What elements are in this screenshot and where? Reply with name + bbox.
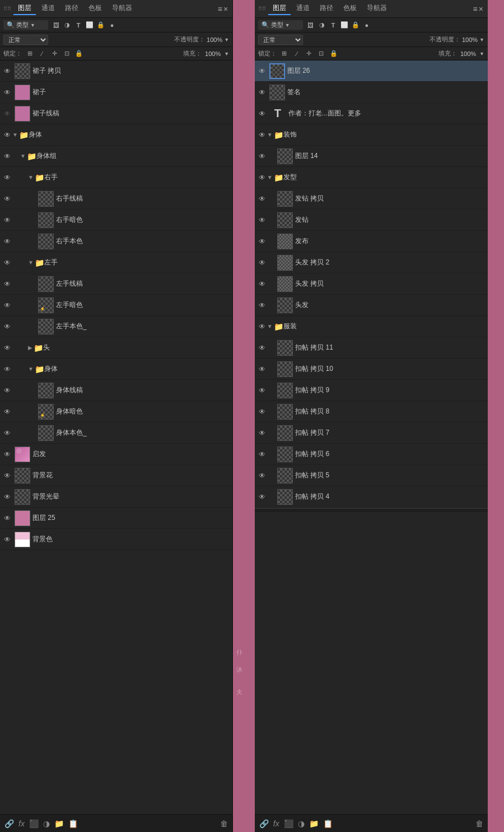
link-layers-icon[interactable]: 🔗 <box>4 819 14 828</box>
right-layer-item[interactable]: 👁 扣帖 拷贝 10 <box>255 359 488 380</box>
visibility-icon[interactable]: 👁 <box>257 322 267 332</box>
right-menu-icon[interactable]: ≡ <box>473 4 478 13</box>
collapse-arrow-icon[interactable]: ▼ <box>12 132 18 138</box>
left-layer-item[interactable]: 👁 左手线稿 <box>0 273 232 295</box>
right-tab-navigator[interactable]: 导航器 <box>362 2 391 15</box>
right-layer-item[interactable]: 👁 扣帖 拷贝 5 <box>255 465 488 486</box>
left-filter-shape-icon[interactable]: ⬜ <box>85 21 94 30</box>
left-search-box[interactable]: 🔍 类型 ▼ <box>3 20 48 30</box>
visibility-icon[interactable]: 👁 <box>257 385 267 396</box>
right-tab-layers[interactable]: 图层 <box>268 2 291 15</box>
right-layer-group[interactable]: 👁 ▼ 📁 服装 <box>255 316 488 337</box>
visibility-icon[interactable]: 👁 <box>2 66 12 76</box>
left-layer-item[interactable]: 👁 身体本色_ <box>0 422 232 444</box>
left-layer-item[interactable]: 👁 背景花 <box>0 465 232 486</box>
visibility-icon[interactable]: 👁 <box>257 87 267 97</box>
visibility-icon[interactable]: 👁 <box>2 364 12 374</box>
visibility-icon[interactable]: 👁 <box>257 215 267 225</box>
left-layer-item[interactable]: 👁 背景色 <box>0 529 232 550</box>
left-close-button[interactable]: × <box>222 4 229 13</box>
left-menu-icon[interactable]: ≡ <box>218 4 222 13</box>
right-lock-move-icon[interactable]: ✛ <box>305 49 314 58</box>
right-copy-layer-icon[interactable]: 📋 <box>323 819 333 828</box>
right-layer-item[interactable]: 👁 图层 14 <box>255 146 488 167</box>
right-blend-mode-select[interactable]: 正常 <box>258 35 303 45</box>
visibility-icon[interactable]: 👁 <box>257 279 267 289</box>
right-layer-item[interactable]: 👁 扣帖 拷贝 11 <box>255 337 488 359</box>
visibility-icon[interactable]: 👁 <box>2 109 12 119</box>
adjustment-icon[interactable]: ◑ <box>43 819 50 828</box>
visibility-icon[interactable]: 👁 <box>257 492 267 502</box>
right-layer-item[interactable]: 👁 扣帖 拷贝 8 <box>255 401 488 422</box>
right-filter-toggle[interactable]: ● <box>362 21 371 30</box>
left-layer-item[interactable]: 👁 右手暗色 <box>0 210 232 231</box>
collapse-arrow-icon[interactable]: ▶ <box>28 345 32 351</box>
right-layer-item[interactable]: 👁 头发 拷贝 <box>255 273 488 295</box>
visibility-icon[interactable]: 👁 <box>257 236 267 247</box>
visibility-icon[interactable]: 👁 <box>257 194 267 204</box>
left-layer-item[interactable]: 👁 右手线稿 <box>0 188 232 210</box>
new-group-icon[interactable]: 📁 <box>54 819 64 828</box>
visibility-icon[interactable]: 👁 <box>2 534 12 545</box>
visibility-icon[interactable]: 👁 <box>2 279 12 289</box>
left-layer-item[interactable]: 👁 ⚡ 左手暗色 <box>0 295 232 316</box>
right-filter-smart-icon[interactable]: 🔒 <box>351 21 360 30</box>
visibility-icon[interactable]: 👁 <box>2 151 12 161</box>
add-mask-icon[interactable]: ⬛ <box>29 819 39 828</box>
left-filter-adjust-icon[interactable]: ◑ <box>63 21 72 30</box>
collapse-arrow-icon[interactable]: ▼ <box>267 323 273 329</box>
visibility-icon[interactable]: 👁 <box>257 407 267 417</box>
right-layer-item[interactable]: 👁 扣帖 拷贝 7 <box>255 422 488 444</box>
visibility-icon[interactable]: 👁 <box>2 492 12 502</box>
left-lock-move-icon[interactable]: ✛ <box>50 49 59 58</box>
visibility-icon[interactable]: 👁 <box>2 300 12 310</box>
right-lock-artboard-icon[interactable]: ⊡ <box>317 49 326 58</box>
left-layer-group[interactable]: 👁 ▼ 📁 身体 <box>0 359 232 380</box>
right-layer-group[interactable]: 👁 ▼ 📁 发型 <box>255 167 488 188</box>
left-tab-navigator[interactable]: 导航器 <box>108 2 137 15</box>
visibility-icon[interactable]: 👁 <box>2 87 12 97</box>
right-add-mask-icon[interactable]: ⬛ <box>284 819 293 828</box>
left-layer-item[interactable]: 👁 启发 <box>0 444 232 465</box>
visibility-icon[interactable]: 👁 <box>2 194 12 204</box>
visibility-icon[interactable]: 👁 <box>257 449 267 459</box>
right-fill-value[interactable]: 100% <box>460 50 476 57</box>
visibility-icon[interactable]: 👁 <box>2 322 12 332</box>
right-tab-channels[interactable]: 通道 <box>292 2 314 15</box>
right-adjustment-icon[interactable]: ◑ <box>298 819 305 828</box>
left-layer-item[interactable]: 👁 裙子 拷贝 <box>0 61 232 82</box>
left-layer-item[interactable]: 👁 裙子线稿 <box>0 103 232 124</box>
collapse-arrow-icon[interactable]: ▼ <box>267 174 273 180</box>
left-layer-item[interactable]: 👁 ⚡ 身体暗色 <box>0 401 232 422</box>
visibility-icon[interactable]: 👁 <box>2 215 12 225</box>
collapse-arrow-icon[interactable]: ▼ <box>28 366 34 372</box>
left-layer-item[interactable]: 👁 身体线稿 <box>0 380 232 401</box>
visibility-icon[interactable]: 👁 <box>257 151 267 161</box>
left-layer-group[interactable]: 👁 ▶ 📁 头 <box>0 337 232 359</box>
right-filter-adjust-icon[interactable]: ◑ <box>318 21 326 30</box>
visibility-icon[interactable]: 👁 <box>257 66 267 76</box>
visibility-icon[interactable]: 👁 <box>2 385 12 396</box>
right-lock-all-icon[interactable]: 🔒 <box>329 49 338 58</box>
visibility-icon[interactable]: 👁 <box>257 300 267 310</box>
collapse-arrow-icon[interactable]: ▼ <box>267 132 273 138</box>
visibility-icon[interactable]: 👁 <box>257 130 267 140</box>
right-layer-item[interactable]: 👁 发钻 <box>255 210 488 231</box>
left-lock-brush-icon[interactable]: ∕ <box>38 49 46 58</box>
visibility-icon[interactable]: 👁 <box>2 449 12 459</box>
layer-effects-icon[interactable]: fx <box>18 819 25 828</box>
left-tab-layers[interactable]: 图层 <box>13 2 36 15</box>
left-filter-smart-icon[interactable]: 🔒 <box>96 21 105 30</box>
left-filter-toggle[interactable]: ● <box>108 21 116 30</box>
right-layer-effects-icon[interactable]: fx <box>273 819 279 828</box>
delete-layer-icon[interactable]: 🗑 <box>220 819 228 828</box>
left-layer-item[interactable]: 👁 裙子 <box>0 82 232 103</box>
visibility-icon[interactable]: 👁 <box>257 471 267 481</box>
right-layer-item[interactable]: 👁 头发 <box>255 295 488 316</box>
right-layer-item[interactable]: 👁 发布 <box>255 231 488 252</box>
left-layer-item[interactable]: 👁 右手本色 <box>0 231 232 252</box>
right-new-group-icon[interactable]: 📁 <box>309 819 319 828</box>
left-layer-group[interactable]: 👁 ▼ 📁 身体组 <box>0 146 232 167</box>
right-layer-item[interactable]: 👁 头发 拷贝 2 <box>255 252 488 273</box>
visibility-icon[interactable]: 👁 <box>257 364 267 374</box>
